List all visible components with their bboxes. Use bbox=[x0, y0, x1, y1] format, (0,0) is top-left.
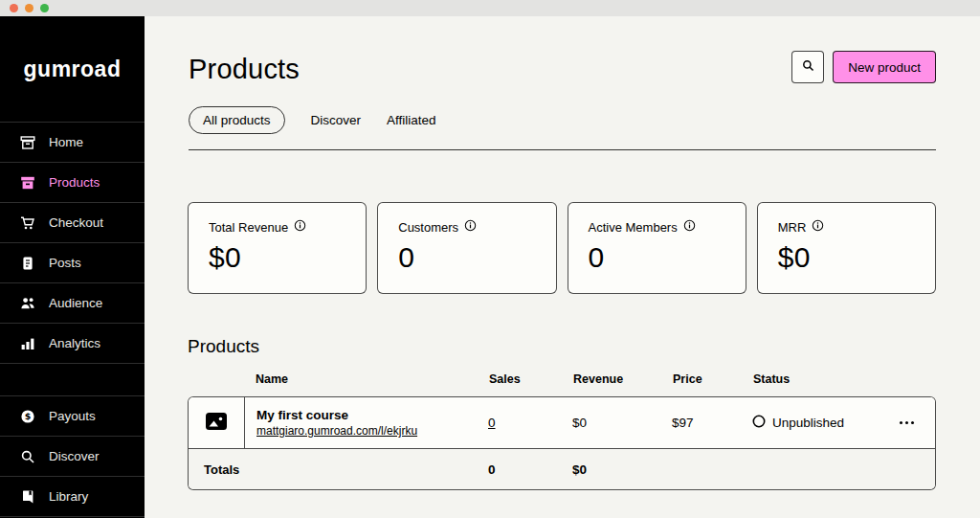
svg-text:$: $ bbox=[25, 411, 32, 421]
stat-value: 0 bbox=[398, 241, 535, 274]
sidebar-item-label: Audience bbox=[49, 296, 102, 310]
product-name-cell: My first course mattgiaro.gumroad.com/l/… bbox=[245, 408, 488, 438]
stat-label: Active Members bbox=[589, 220, 678, 235]
page-header: Products New product All products Discov… bbox=[145, 16, 980, 150]
search-icon bbox=[801, 58, 815, 76]
info-icon[interactable] bbox=[812, 219, 824, 235]
product-status-label: Unpublished bbox=[772, 416, 844, 430]
product-sales-link[interactable]: 0 bbox=[488, 416, 496, 430]
stat-label: MRR bbox=[778, 220, 807, 235]
col-price: Price bbox=[673, 369, 753, 390]
product-revenue-cell: $0 bbox=[572, 416, 672, 430]
sidebar: gumroad Home Products Checkout Posts bbox=[0, 16, 145, 518]
col-menu bbox=[897, 375, 936, 383]
sidebar-item-home[interactable]: Home bbox=[0, 122, 145, 162]
col-name: Name bbox=[244, 369, 489, 390]
product-name: My first course bbox=[256, 408, 488, 422]
close-window-button[interactable] bbox=[10, 4, 18, 12]
sidebar-item-products[interactable]: Products bbox=[0, 162, 145, 202]
window-titlebar bbox=[0, 0, 980, 16]
totals-revenue: $0 bbox=[572, 462, 672, 477]
page-body: Total Revenue $0 Customers 0 bbox=[145, 150, 980, 490]
product-url-link[interactable]: mattgiaro.gumroad.com/l/ekjrku bbox=[256, 424, 488, 438]
minimize-window-button[interactable] bbox=[25, 4, 33, 12]
search-icon bbox=[20, 449, 35, 464]
tab-discover[interactable]: Discover bbox=[311, 107, 362, 133]
search-button[interactable] bbox=[791, 51, 824, 83]
gumroad-logo[interactable]: gumroad bbox=[0, 16, 145, 122]
header-actions: New product bbox=[791, 51, 936, 83]
sidebar-item-label: Posts bbox=[49, 256, 81, 270]
sidebar-item-library[interactable]: Library bbox=[0, 476, 145, 516]
sidebar-item-label: Payouts bbox=[49, 409, 96, 423]
col-revenue: Revenue bbox=[573, 369, 673, 390]
sidebar-item-label: Checkout bbox=[49, 215, 103, 230]
sidebar-item-label: Library bbox=[49, 489, 88, 504]
sidebar-item-discover[interactable]: Discover bbox=[0, 436, 145, 476]
zoom-window-button[interactable] bbox=[40, 4, 49, 12]
page-title: Products bbox=[189, 51, 300, 87]
new-product-button[interactable]: New product bbox=[833, 51, 936, 83]
totals-sales: 0 bbox=[488, 462, 572, 477]
products-tabs: All products Discover Affiliated bbox=[189, 106, 936, 134]
stat-card-customers: Customers 0 bbox=[377, 202, 556, 294]
product-price-cell: $97 bbox=[672, 416, 752, 430]
payouts-dollar-icon: $ bbox=[20, 409, 35, 424]
stats-grid: Total Revenue $0 Customers 0 bbox=[188, 202, 936, 294]
col-thumb bbox=[188, 375, 244, 383]
sidebar-item-audience[interactable]: Audience bbox=[0, 282, 145, 323]
stat-label: Customers bbox=[398, 220, 458, 235]
product-thumbnail-cell bbox=[189, 397, 245, 448]
products-box-icon bbox=[20, 175, 35, 191]
stat-card-mrr: MRR $0 bbox=[757, 202, 936, 294]
sidebar-item-payouts[interactable]: $ Payouts bbox=[0, 395, 145, 436]
gumroad-logo-text: gumroad bbox=[24, 56, 122, 82]
audience-people-icon bbox=[20, 296, 35, 311]
product-status-cell: Unpublished bbox=[752, 415, 896, 431]
table-row[interactable]: My first course mattgiaro.gumroad.com/l/… bbox=[189, 397, 935, 448]
stat-label: Total Revenue bbox=[209, 220, 288, 235]
product-sales-cell: 0 bbox=[488, 416, 572, 430]
home-archive-icon bbox=[20, 135, 35, 150]
products-table: My first course mattgiaro.gumroad.com/l/… bbox=[188, 396, 936, 490]
stat-card-active-members: Active Members 0 bbox=[568, 202, 746, 294]
info-icon[interactable] bbox=[683, 219, 696, 235]
info-icon[interactable] bbox=[464, 219, 477, 235]
totals-label: Totals bbox=[189, 462, 488, 477]
app-window: gumroad Home Products Checkout Posts bbox=[0, 0, 980, 518]
row-menu-button[interactable] bbox=[896, 417, 935, 428]
table-header-row: Name Sales Revenue Price Status bbox=[188, 369, 936, 390]
main-content: Products New product All products Discov… bbox=[145, 16, 980, 518]
products-section-title: Products bbox=[188, 336, 936, 357]
sidebar-item-analytics[interactable]: Analytics bbox=[0, 323, 145, 363]
cart-icon bbox=[20, 215, 35, 231]
stat-value: $0 bbox=[778, 241, 915, 274]
analytics-bars-icon bbox=[20, 336, 35, 351]
tab-all-products[interactable]: All products bbox=[189, 106, 285, 134]
col-status: Status bbox=[753, 369, 897, 390]
sidebar-item-label: Analytics bbox=[49, 336, 100, 350]
sidebar-item-posts[interactable]: Posts bbox=[0, 242, 145, 282]
sidebar-item-checkout[interactable]: Checkout bbox=[0, 202, 145, 242]
info-icon[interactable] bbox=[294, 219, 306, 235]
sidebar-item-label: Discover bbox=[49, 449, 100, 463]
tab-affiliated[interactable]: Affiliated bbox=[387, 107, 436, 133]
circle-outline-icon bbox=[752, 415, 766, 431]
library-bookmark-icon bbox=[20, 489, 35, 505]
posts-note-icon bbox=[20, 256, 35, 271]
stat-value: $0 bbox=[209, 241, 345, 274]
col-sales: Sales bbox=[489, 369, 573, 390]
sidebar-item-label: Products bbox=[49, 175, 100, 190]
stat-card-total-revenue: Total Revenue $0 bbox=[188, 202, 367, 294]
table-totals-row: Totals 0 $0 bbox=[189, 448, 935, 489]
image-placeholder-icon bbox=[206, 413, 227, 434]
stat-value: 0 bbox=[589, 241, 725, 274]
sidebar-spacer bbox=[0, 363, 145, 395]
sidebar-item-label: Home bbox=[49, 135, 83, 149]
